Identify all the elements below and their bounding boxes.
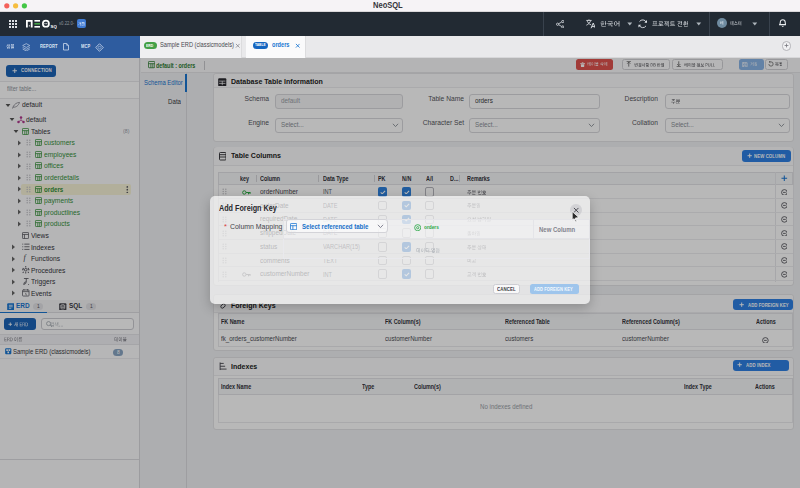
svg-text:SQL: SQL [51,24,57,29]
